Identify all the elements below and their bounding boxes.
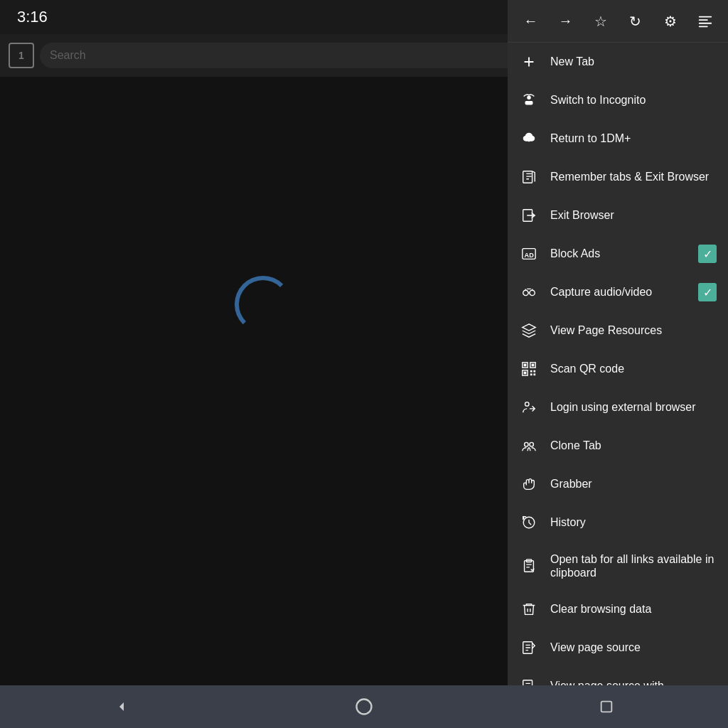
exit-icon <box>519 205 539 225</box>
svg-rect-2 <box>698 22 711 23</box>
svg-point-12 <box>523 290 528 295</box>
svg-rect-0 <box>698 16 711 17</box>
qr-icon <box>519 359 539 379</box>
svg-rect-21 <box>533 370 535 373</box>
block-ads-check: ✓ <box>698 245 717 263</box>
nav-recents-button[interactable] <box>585 690 628 724</box>
nav-home-icon <box>354 697 374 717</box>
user-login-icon <box>519 397 539 417</box>
svg-rect-20 <box>530 370 532 373</box>
nav-recents-icon <box>599 699 614 714</box>
login-external-label: Login using external browser <box>550 400 717 414</box>
svg-point-37 <box>356 700 371 714</box>
layers-icon <box>519 321 539 341</box>
menu-item-capture-av[interactable]: Capture audio/video ✓ <box>508 273 728 311</box>
svg-point-25 <box>525 442 529 446</box>
remember-tabs-label: Remember tabs & Exit Browser <box>550 170 717 183</box>
svg-rect-23 <box>533 373 535 375</box>
open-links-label: Open tab for all links available in clip… <box>550 552 717 579</box>
grabber-label: Grabber <box>550 477 717 491</box>
exit-label: Exit Browser <box>550 208 717 222</box>
status-time: 3:16 <box>17 8 48 26</box>
svg-rect-1 <box>698 19 707 21</box>
incognito-icon <box>519 90 539 110</box>
new-tab-label: New Tab <box>550 55 717 68</box>
capture-av-check: ✓ <box>698 283 717 301</box>
svg-rect-15 <box>524 364 527 367</box>
view-source-label: View page source <box>550 641 717 654</box>
menu-item-history[interactable]: History <box>508 503 728 542</box>
history-label: History <box>550 515 717 529</box>
menu-settings-button[interactable]: ⚙ <box>655 6 686 37</box>
svg-point-13 <box>530 290 535 295</box>
menu-bookmark-button[interactable]: ☆ <box>585 6 616 37</box>
clone-icon <box>519 436 539 456</box>
menu-item-exit[interactable]: Exit Browser <box>508 196 728 235</box>
scan-qr-label: Scan QR code <box>550 362 717 375</box>
menu-item-scan-qr[interactable]: Scan QR code <box>508 350 728 388</box>
menu-back-button[interactable]: ← <box>515 6 547 37</box>
trash-icon <box>519 599 539 619</box>
nav-bar <box>0 685 728 728</box>
svg-point-24 <box>525 402 530 407</box>
cloud-icon <box>519 129 539 149</box>
menu-reload-button[interactable]: ↻ <box>620 6 651 37</box>
svg-rect-8 <box>523 171 532 183</box>
svg-rect-19 <box>524 372 527 375</box>
menu-item-incognito[interactable]: Switch to Incognito <box>508 81 728 119</box>
nav-back-button[interactable] <box>100 690 143 724</box>
menu-item-view-source[interactable]: View page source <box>508 628 728 667</box>
svg-rect-3 <box>698 26 707 27</box>
clone-tab-label: Clone Tab <box>550 439 717 452</box>
dropdown-menu: ← → ☆ ↻ ⚙ New Tab Switch to Incognito <box>508 0 728 728</box>
menu-forward-button[interactable]: → <box>550 6 582 37</box>
block-ads-label: Block Ads <box>550 247 687 260</box>
binoculars-icon <box>519 282 539 302</box>
menu-toolbar: ← → ☆ ↻ ⚙ <box>508 0 728 43</box>
plus-icon <box>519 52 539 72</box>
fist-icon <box>519 474 539 494</box>
svg-text:AD: AD <box>525 252 535 259</box>
menu-item-view-resources[interactable]: View Page Resources <box>508 311 728 350</box>
svg-point-4 <box>527 96 531 100</box>
nav-back-icon <box>113 698 130 715</box>
svg-rect-17 <box>532 364 535 367</box>
menu-item-grabber[interactable]: Grabber <box>508 465 728 503</box>
return-1dm-label: Return to 1DM+ <box>550 132 717 145</box>
overflow-icon <box>697 14 713 29</box>
menu-overflow-button[interactable] <box>690 6 721 37</box>
menu-item-remember-tabs[interactable]: Remember tabs & Exit Browser <box>508 158 728 196</box>
menu-item-new-tab[interactable]: New Tab <box>508 43 728 81</box>
menu-item-clear-data[interactable]: Clear browsing data <box>508 590 728 628</box>
svg-rect-22 <box>530 373 532 375</box>
clear-data-label: Clear browsing data <box>550 602 717 616</box>
menu-item-block-ads[interactable]: AD Block Ads ✓ <box>508 235 728 273</box>
menu-item-clone-tab[interactable]: Clone Tab <box>508 427 728 465</box>
menu-item-login-external[interactable]: Login using external browser <box>508 388 728 427</box>
block-ads-icon: AD <box>519 244 539 264</box>
incognito-label: Switch to Incognito <box>550 93 717 107</box>
clipboard-icon <box>519 556 539 576</box>
source-icon <box>519 638 539 658</box>
nav-home-button[interactable] <box>343 690 385 724</box>
svg-point-26 <box>530 442 534 446</box>
svg-rect-38 <box>601 702 612 712</box>
menu-item-return-1dm[interactable]: Return to 1DM+ <box>508 119 728 158</box>
capture-av-label: Capture audio/video <box>550 285 687 299</box>
history-icon <box>519 513 539 532</box>
menu-item-open-links[interactable]: Open tab for all links available in clip… <box>508 542 728 590</box>
remember-tabs-icon <box>519 167 539 187</box>
svg-rect-7 <box>525 101 533 105</box>
view-resources-label: View Page Resources <box>550 323 717 337</box>
